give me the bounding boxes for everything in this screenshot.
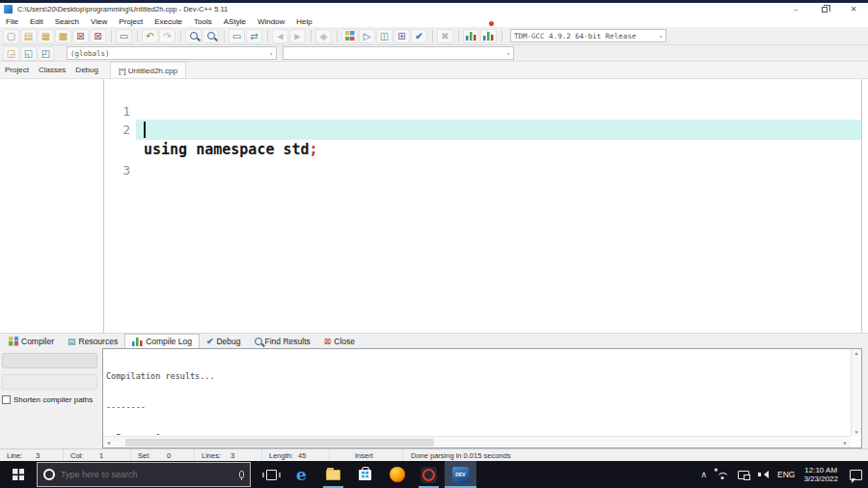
menu-edit[interactable]: Edit	[24, 17, 49, 26]
menu-help[interactable]: Help	[290, 17, 317, 26]
vertical-scrollbar[interactable]: ▲ ▼	[851, 349, 861, 436]
compiler-profile-select[interactable]: TDM-GCC 4.9.2 64-bit Release ▾	[510, 29, 666, 42]
restore-button[interactable]	[810, 3, 839, 15]
find-button[interactable]	[185, 29, 202, 43]
back-button[interactable]: ◄	[272, 29, 288, 43]
goto-function-icon: ▭	[232, 31, 241, 41]
compile-button[interactable]	[341, 29, 358, 43]
restore-icon	[822, 7, 827, 13]
open-file-button[interactable]: ▤	[20, 29, 37, 43]
print-button[interactable]: ▭	[116, 29, 132, 43]
close-file-button[interactable]: ⊠	[72, 29, 89, 43]
taskbar-store[interactable]	[349, 461, 381, 488]
scroll-right-icon[interactable]: ►	[840, 440, 851, 446]
undo-button[interactable]: ↶	[142, 29, 158, 43]
editor-file-tab-label: [*] Untitled2h.cpp	[119, 67, 177, 75]
tray-chevron-up-icon[interactable]: ∧	[700, 470, 707, 479]
network-icon[interactable]	[738, 471, 749, 479]
taskbar-edge[interactable]: e	[285, 461, 317, 488]
close-all-button[interactable]: ⊠	[90, 29, 106, 43]
insert-button[interactable]: ◲	[3, 46, 19, 61]
menu-view[interactable]: View	[85, 17, 113, 26]
tab-classes[interactable]: Classes	[34, 64, 70, 76]
language-indicator[interactable]: ENG	[777, 470, 795, 479]
delete-profiling-button[interactable]	[480, 29, 497, 43]
taskbar-search[interactable]	[37, 462, 251, 487]
tab-compiler-label: Compiler	[21, 337, 54, 346]
horizontal-scrollbar[interactable]: ◄ ►	[103, 436, 851, 447]
tab-close[interactable]: ⊠Close	[317, 334, 362, 348]
status-sel: Sel:0	[131, 449, 195, 461]
tab-debug-bottom[interactable]: ✔Debug	[200, 334, 248, 348]
menu-search[interactable]: Search	[49, 17, 85, 26]
tab-compile-log-label: Compile Log	[146, 337, 192, 346]
devcpp-app-icon	[4, 5, 13, 14]
debug-shield-button[interactable]: ◈	[315, 29, 332, 43]
taskbar-file-explorer[interactable]	[317, 461, 349, 488]
menu-astyle[interactable]: AStyle	[218, 17, 252, 26]
task-view-button[interactable]	[257, 470, 285, 480]
volume-icon[interactable]	[758, 470, 769, 479]
members-select[interactable]: ▾	[283, 46, 514, 60]
tab-compile-log[interactable]: Compile Log	[124, 334, 200, 348]
shorten-compiler-paths-checkbox[interactable]	[2, 395, 11, 404]
menu-file[interactable]: File	[0, 17, 24, 26]
scroll-up-icon[interactable]: ▲	[854, 350, 859, 356]
syntax-check-button[interactable]: ✔	[411, 29, 427, 43]
taskbar-recorder[interactable]	[413, 461, 445, 488]
goto-function-button[interactable]: ▭	[229, 29, 245, 43]
project-panel[interactable]	[0, 79, 104, 333]
compiler-tab-icon	[9, 337, 18, 346]
compile-run-button[interactable]: ◫	[376, 29, 393, 43]
minimize-icon: –	[794, 5, 798, 14]
tab-project[interactable]: Project	[0, 64, 34, 76]
save-all-button[interactable]: ▩	[55, 29, 71, 43]
swap-header-source-button[interactable]: ⇄	[246, 29, 262, 43]
tab-find-results[interactable]: Find Results	[248, 334, 317, 348]
scroll-down-icon[interactable]: ▼	[854, 429, 859, 435]
status-line: Line:3	[0, 449, 64, 461]
code-editor[interactable]: 1 #include <iostream> 2 using namespace …	[105, 79, 862, 333]
file-explorer-icon	[326, 470, 340, 480]
abort-compilation-button[interactable]: ✖	[437, 29, 453, 43]
clock[interactable]: 12:10 AM 3/23/2022	[803, 466, 838, 484]
forward-button[interactable]: ►	[289, 29, 306, 43]
profile-button[interactable]	[463, 29, 479, 43]
new-file-button[interactable]: ▢	[3, 29, 19, 43]
close-icon: ✕	[851, 5, 857, 14]
tab-resources[interactable]: ▤Resources	[61, 334, 124, 348]
globals-select[interactable]: (globals) ▾	[67, 46, 277, 60]
close-button[interactable]: ✕	[839, 3, 868, 15]
menu-window[interactable]: Window	[252, 17, 290, 26]
taskbar-firefox[interactable]	[381, 461, 413, 488]
compile-run-icon: ◫	[380, 31, 389, 41]
notification-center-icon[interactable]	[850, 470, 862, 480]
tab-compiler[interactable]: Compiler	[2, 334, 61, 348]
horizontal-scroll-thumb[interactable]	[125, 439, 434, 447]
rebuild-all-button[interactable]: ⊞	[393, 29, 410, 43]
bottom-tab-bar: Compiler ▤Resources Compile Log ✔Debug F…	[0, 333, 868, 348]
minimize-button[interactable]: –	[781, 3, 810, 15]
menu-bar: File Edit Search View Project Execute To…	[0, 15, 868, 27]
start-button[interactable]	[0, 461, 37, 488]
redo-button[interactable]: ↷	[159, 29, 176, 43]
back-icon: ◄	[276, 31, 285, 41]
menu-tools[interactable]: Tools	[188, 17, 218, 26]
globals-value: (globals)	[70, 49, 110, 58]
system-tray: ∧ ✱ ENG 12:10 AM 3/23/2022	[700, 461, 868, 488]
run-button[interactable]: ▷	[359, 29, 375, 43]
replace-button[interactable]	[203, 29, 219, 43]
save-button[interactable]: ▦	[38, 29, 54, 43]
toggle-bookmark-button[interactable]: ◱	[20, 46, 37, 61]
menu-execute[interactable]: Execute	[149, 17, 188, 26]
taskbar-devcpp[interactable]: DEV	[445, 461, 476, 488]
menu-project[interactable]: Project	[113, 17, 149, 26]
tab-debug[interactable]: Debug	[70, 64, 103, 76]
compile-log-output[interactable]: Compilation results... -------- - Errors…	[102, 348, 862, 448]
editor-file-tab[interactable]: [*] Untitled2h.cpp	[110, 62, 186, 78]
search-input[interactable]	[61, 470, 196, 479]
microphone-icon[interactable]	[239, 471, 244, 478]
wifi-icon[interactable]: ✱	[716, 470, 729, 479]
scroll-left-icon[interactable]: ◄	[103, 440, 114, 446]
goto-bookmark-button[interactable]: ◰	[38, 46, 54, 61]
